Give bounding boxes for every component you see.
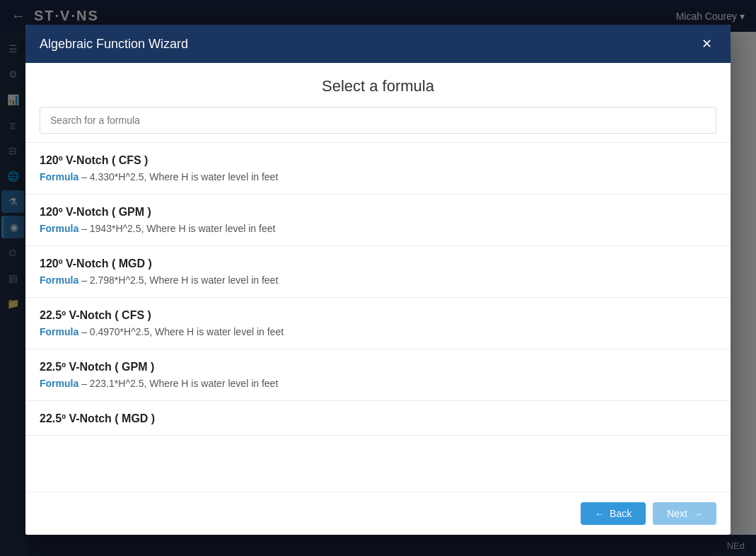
list-item[interactable]: 120º V-Notch ( CFS ) Formula – 4.330*H^2… <box>25 143 731 195</box>
next-button[interactable]: Next → <box>653 502 716 525</box>
modal-footer: ← Back Next → <box>25 492 731 535</box>
modal-dialog: Algebraic Function Wizard ✕ Select a for… <box>25 25 731 535</box>
list-item[interactable]: 22.5º V-Notch ( MGD ) <box>25 401 731 436</box>
list-item[interactable]: 120º V-Notch ( MGD ) Formula – 2.798*H^2… <box>25 246 731 298</box>
formula-description: Formula – 1943*H^2.5, Where H is water l… <box>40 223 716 234</box>
formula-name: 22.5º V-Notch ( MGD ) <box>40 412 716 425</box>
search-container <box>25 107 731 142</box>
back-arrow-icon: ← <box>595 509 604 519</box>
formula-label: Formula <box>40 378 78 389</box>
formula-description: Formula – 223.1*H^2.5, Where H is water … <box>40 378 716 389</box>
modal-title: Algebraic Function Wizard <box>40 37 188 52</box>
formula-text: – 1943*H^2.5, Where H is water level in … <box>81 223 275 234</box>
formula-description: Formula – 4.330*H^2.5, Where H is water … <box>40 171 716 183</box>
formula-list: 120º V-Notch ( CFS ) Formula – 4.330*H^2… <box>25 142 731 492</box>
formula-label: Formula <box>40 223 78 234</box>
back-button[interactable]: ← Back <box>581 502 646 525</box>
formula-name: 22.5º V-Notch ( CFS ) <box>40 309 716 322</box>
modal-body: Select a formula 120º V-Notch ( CFS ) Fo… <box>25 63 731 492</box>
formula-text: – 4.330*H^2.5, Where H is water level in… <box>81 171 278 183</box>
formula-text: – 2.798*H^2.5, Where H is water level in… <box>81 274 278 286</box>
formula-label: Formula <box>40 326 78 337</box>
modal-header: Algebraic Function Wizard ✕ <box>25 25 731 63</box>
formula-name: 22.5º V-Notch ( GPM ) <box>40 361 716 373</box>
formula-heading: Select a formula <box>25 63 731 107</box>
list-item[interactable]: 120º V-Notch ( GPM ) Formula – 1943*H^2.… <box>25 195 731 246</box>
list-item[interactable]: 22.5º V-Notch ( GPM ) Formula – 223.1*H^… <box>25 349 731 401</box>
formula-name: 120º V-Notch ( MGD ) <box>40 257 716 270</box>
next-arrow-icon: → <box>693 509 702 519</box>
formula-label: Formula <box>40 171 78 183</box>
formula-description: Formula – 2.798*H^2.5, Where H is water … <box>40 274 716 286</box>
formula-name: 120º V-Notch ( GPM ) <box>40 206 716 219</box>
list-item[interactable]: 22.5º V-Notch ( CFS ) Formula – 0.4970*H… <box>25 298 731 349</box>
formula-text: – 0.4970*H^2.5, Where H is water level i… <box>81 326 284 337</box>
modal-close-button[interactable]: ✕ <box>697 36 716 52</box>
formula-description: Formula – 0.4970*H^2.5, Where H is water… <box>40 326 716 337</box>
search-input[interactable] <box>40 107 716 134</box>
formula-label: Formula <box>40 274 78 286</box>
formula-text: – 223.1*H^2.5, Where H is water level in… <box>81 378 278 389</box>
back-label: Back <box>610 508 632 519</box>
next-label: Next <box>667 508 687 519</box>
formula-name: 120º V-Notch ( CFS ) <box>40 154 716 167</box>
